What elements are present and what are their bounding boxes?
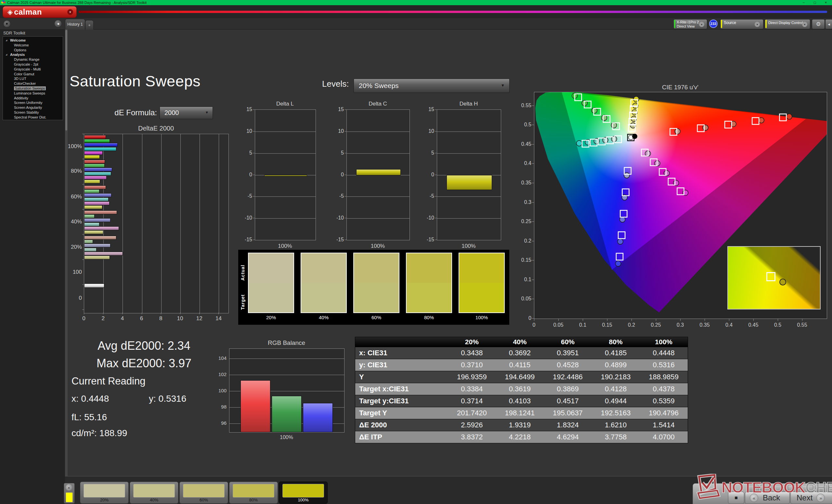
y-tick: [532, 163, 534, 164]
pattern-swatch: [133, 484, 175, 498]
cell-value: 0.4103: [496, 397, 544, 405]
bar-blue-20%: [84, 244, 110, 248]
chart-title: Delta C: [346, 101, 409, 107]
table-row: Y196.9359194.6499192.4486190.2183188.985…: [355, 371, 688, 383]
x-tick: [656, 319, 656, 321]
tree-item-label: Welcome: [10, 38, 26, 42]
sidebar-item-luminance-sweeps[interactable]: Luminance Sweeps: [3, 91, 63, 96]
sidebar-item-3d-lut[interactable]: 3D LUT: [3, 76, 63, 81]
swatch-label: 100%: [459, 315, 505, 320]
chevron-down-icon[interactable]: ▼: [67, 9, 73, 15]
scrollbar-thumb[interactable]: [65, 30, 67, 131]
y-tick-label: -10: [422, 215, 434, 221]
y-tick-label: 0.3: [516, 199, 531, 205]
y-tick: [532, 106, 534, 106]
calman-logo-text: calman: [14, 7, 42, 17]
source-dropdown[interactable]: Source ▼: [720, 19, 763, 29]
meter-dropdown[interactable]: X-Rite i1Pro 2 Direct View ▼: [673, 19, 707, 29]
sidebar-item-welcome[interactable]: ◢Welcome: [3, 38, 63, 43]
pattern-tile-100%[interactable]: 100%: [279, 482, 328, 504]
sidebar-item-dynamic-range[interactable]: Dynamic Range: [3, 57, 63, 62]
cell-value: 0.3710: [448, 361, 496, 369]
y-tick-label: 0: [516, 315, 531, 321]
swatch-actual: [407, 253, 451, 283]
maximize-button[interactable]: ▢: [810, 0, 820, 5]
sidebar-item-additivity[interactable]: Additivity: [3, 96, 63, 101]
sidebar-item-saturation-sweeps[interactable]: Saturation Sweeps: [3, 86, 63, 91]
main-scrollbar[interactable]: [65, 29, 68, 504]
swatch-label: 20%: [248, 315, 294, 320]
sidebar-item-spectral-power-dist-[interactable]: Spectral Power Dist.: [3, 115, 63, 120]
meter-count-badge[interactable]: 233: [709, 20, 718, 28]
x-tick: [199, 313, 200, 314]
tree-item-label: Screen Angularity: [14, 106, 42, 109]
y-group-label: 60%: [67, 194, 82, 200]
x-tick-label: 0.5: [770, 322, 785, 328]
y-tick: [344, 240, 346, 240]
chart-title: DeltaE 2000: [84, 125, 228, 132]
y-tick: [82, 134, 84, 134]
y-tick: [532, 125, 534, 125]
collapse-left-icon[interactable]: ◀: [55, 20, 61, 27]
bar-red-60%: [84, 186, 106, 189]
panel-pin-button[interactable]: [3, 20, 11, 28]
pattern-tile-60%[interactable]: 60%: [179, 482, 228, 504]
sidebar-item-welcome[interactable]: Welcome: [3, 43, 63, 48]
pattern-tile-40%[interactable]: 40%: [130, 482, 178, 504]
meter-line1: X-Rite i1Pro 2: [677, 20, 699, 24]
sidebar-item-grayscale-multi[interactable]: Grayscale - Multi: [3, 67, 63, 72]
bar-magenta-60%: [84, 201, 109, 205]
pattern-up-button[interactable]: ▲: [66, 484, 72, 491]
display-control-dropdown[interactable]: Direct Display Control ▼: [765, 19, 810, 29]
bar-blue-40%: [84, 218, 110, 222]
cie-zoom-inset: [727, 246, 821, 309]
sidebar-item-options[interactable]: Options: [3, 48, 63, 53]
sidebar-item-screen-stability[interactable]: Screen Stability: [3, 110, 63, 115]
avg-de2000: Avg dE2000: 2.34: [68, 339, 220, 353]
levels-dropdown[interactable]: 20% Sweeps ▼: [354, 79, 510, 93]
sidebar-item-colorchecker[interactable]: ColorChecker: [3, 81, 63, 86]
de-formula-dropdown[interactable]: 2000 ▼: [160, 107, 213, 119]
y-tick-label: 0.1: [516, 277, 531, 282]
collapse-panel-button[interactable]: ◀: [825, 19, 832, 29]
x-tick-label: 0: [526, 322, 542, 328]
chart-title: CIE 1976 u'v': [534, 84, 827, 91]
bar-magenta-40%: [84, 226, 119, 230]
y-tick: [344, 218, 346, 218]
tree-expander-icon[interactable]: ◢: [5, 38, 7, 43]
swatch-60%: [353, 253, 399, 313]
sidebar-item-color-gamut[interactable]: Color Gamut: [3, 72, 63, 77]
settings-button[interactable]: ⚙: [812, 19, 825, 29]
y-tick-label: 15: [422, 107, 434, 112]
y-tick: [435, 218, 437, 218]
bar-yellow-100%: [84, 155, 100, 159]
cell-value: 0.4185: [592, 349, 640, 357]
pattern-tile-80%[interactable]: 80%: [229, 482, 278, 504]
sidebar-item-grayscale-2pt[interactable]: Grayscale - 2pt: [3, 62, 63, 67]
minimize-button[interactable]: ─: [799, 0, 809, 5]
sidebar-title: SDR Toolkit: [3, 30, 25, 35]
pattern-label: 100%: [279, 498, 327, 502]
sidebar-item-screen-angularity[interactable]: Screen Angularity: [3, 105, 63, 110]
bar-green-40%: [84, 214, 95, 218]
cell-value: 3.8372: [448, 433, 496, 441]
tab-add[interactable]: +: [85, 20, 94, 30]
pattern-tile-20%[interactable]: 20%: [80, 482, 129, 504]
cell-value: 0.3951: [544, 349, 592, 357]
tab-history-1[interactable]: History 1: [65, 19, 85, 30]
chevron-down-icon: ▼: [699, 22, 704, 27]
calman-logo-button[interactable]: ◈ calman ▼: [3, 6, 77, 18]
sidebar-item-screen-uniformity[interactable]: Screen Uniformity: [3, 100, 63, 105]
y-tick-label: 15: [240, 107, 252, 112]
cell-value: 194.6499: [496, 373, 544, 381]
y-tick-label: 0.15: [516, 257, 531, 263]
sidebar-item-analysis[interactable]: ◢Analysis: [3, 52, 63, 57]
gridline: [437, 218, 501, 219]
cell-value: 0.3714: [448, 397, 496, 405]
close-button[interactable]: ✕: [821, 0, 831, 5]
tree-expander-icon[interactable]: ◢: [5, 52, 7, 57]
col-header-80%: 80%: [592, 338, 640, 346]
source-status-bar: [721, 20, 722, 28]
cell-value: 4.0700: [640, 433, 688, 441]
cell-value: 2.5926: [448, 421, 496, 429]
